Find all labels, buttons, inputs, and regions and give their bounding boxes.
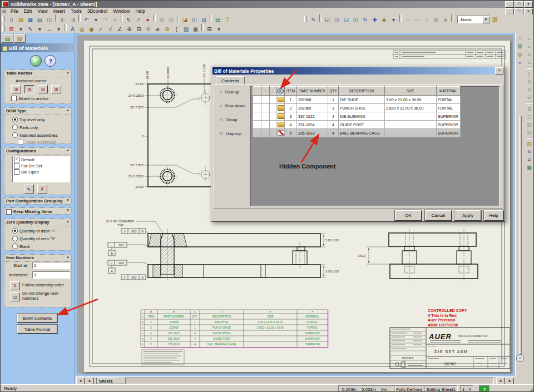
blocks-icon[interactable]: ▣	[191, 25, 200, 33]
attach-to-anchor-checkbox[interactable]: Attach to anchor	[11, 96, 49, 101]
keep-missing-checkbox[interactable]	[6, 209, 12, 215]
pan-icon[interactable]: ✚	[370, 16, 379, 24]
dialog-close-button[interactable]: ×	[495, 67, 503, 75]
center-mark-icon[interactable]: ⊕	[162, 25, 172, 33]
anchor-bottom-left-button[interactable]: ⊞	[38, 85, 48, 93]
bom-contents-button[interactable]: BOM Contents	[17, 314, 57, 322]
balloon-icon[interactable]: ◎	[77, 25, 87, 33]
ok-button[interactable]: OK	[395, 210, 422, 221]
config-item-for-die-set[interactable]: For Die Set	[14, 163, 68, 168]
indented-assemblies-radio[interactable]: Indented assemblies	[12, 132, 58, 138]
start-at-input[interactable]: 1	[32, 262, 70, 269]
increment-input[interactable]: 1	[32, 271, 70, 279]
quantity-dash-radio[interactable]: Quantity of dash "-"	[12, 228, 56, 234]
featuremanager-tree-tab-icon[interactable]: ▤	[2, 34, 13, 43]
dialog-title-bar[interactable]: Bill of Materials Properties	[212, 67, 503, 75]
datum-target-icon[interactable]: ⊗	[144, 25, 153, 33]
last-sheet-button[interactable]: ▸	[86, 378, 94, 385]
menu-tools[interactable]: Tools	[68, 8, 85, 14]
surface-finish-icon[interactable]: √	[106, 25, 115, 33]
config-item-die-open[interactable]: Die Open	[14, 169, 68, 175]
area-hatch-icon[interactable]: ▨	[181, 25, 191, 33]
col-header-part-number[interactable]: PART NUMBER	[297, 87, 328, 96]
bom-row-hidden-selected[interactable]: 5335-16184BALL BEARING CAGESUPERIOR	[253, 129, 461, 137]
menu-file[interactable]: File	[8, 8, 21, 14]
layers-folder-icon[interactable]: ▨	[490, 15, 500, 23]
table-format-button[interactable]: Table Format	[17, 325, 57, 334]
group-button[interactable]: ⊞Group	[219, 117, 238, 122]
hole-callout-icon[interactable]: ⌀	[153, 25, 162, 33]
follow-assembly-order-button[interactable]: ⇅	[10, 281, 20, 290]
col-header-qty[interactable]: QTY	[328, 87, 339, 96]
clear-configurations-button[interactable]: ✗	[37, 185, 47, 193]
eye-column-icon[interactable]	[276, 87, 285, 96]
component-visible-icon[interactable]	[278, 113, 285, 119]
tab-sheet1[interactable]: Sheet1	[96, 378, 124, 384]
bom-row[interactable]: 12029681DIE SHOE3.00 x 21.00 x 36.00FORT…	[253, 96, 461, 104]
pane-splitter[interactable]	[519, 116, 522, 361]
view-orientation-dropdown-icon[interactable]: ▾	[389, 16, 398, 24]
component-visible-icon[interactable]	[278, 105, 285, 111]
anchor-top-right-button[interactable]: ⊞	[24, 85, 34, 93]
zoom-in-out-icon[interactable]: ◲	[342, 16, 351, 24]
bom-row[interactable]: 22029691PUNCH SHOE2.820 x 21.00 x 36.00F…	[253, 104, 461, 112]
bom-row[interactable]: 4331-16344GUIDE POSTSUPERIOR	[253, 121, 461, 129]
tables-icon[interactable]: ⊞	[205, 25, 214, 33]
layer-icon[interactable]: ▧	[525, 140, 533, 147]
note-icon[interactable]: A	[68, 25, 77, 33]
configurations-list[interactable]: ✓Default For Die Set Die Open	[12, 156, 70, 182]
help-icon[interactable]: ?	[222, 16, 232, 24]
quick-tips-icon[interactable]: ?	[479, 385, 490, 392]
close-button[interactable]: ×	[524, 1, 533, 8]
quantity-zero-radio[interactable]: Quantity of zero "0"	[12, 236, 56, 241]
combo-dropdown-icon[interactable]: ▼	[482, 16, 490, 23]
smart-dimension-icon[interactable]: ↔	[44, 25, 54, 33]
scroll-right-button[interactable]: ▸	[506, 378, 514, 385]
config-item-default[interactable]: ✓Default	[14, 157, 68, 162]
anchor-top-left-button[interactable]: ⊞	[11, 85, 21, 93]
rotate-view-icon[interactable]: ↻	[360, 16, 370, 24]
top-level-only-radio[interactable]: Top level only	[12, 117, 44, 122]
ok-button[interactable]: ✓	[30, 55, 42, 67]
help-button[interactable]: Help	[484, 210, 503, 221]
collapse-icon[interactable]: ▲	[66, 148, 70, 152]
col-header-description[interactable]: DESCRIPTION	[339, 87, 385, 96]
ungroup-button[interactable]: ⊟Ungroup	[219, 131, 241, 136]
maximize-button[interactable]: □	[515, 1, 523, 8]
home-icon[interactable]: ⌂	[516, 34, 523, 41]
document-icon[interactable]: ▤	[2, 8, 8, 14]
geometric-tolerance-icon[interactable]: ⊕	[125, 25, 134, 33]
solidworks-office-icon[interactable]: ⊠	[7, 25, 16, 33]
menu-window[interactable]: Window	[110, 8, 132, 14]
part-configuration-grouping-group[interactable]: Part Configuration Grouping▼	[4, 197, 72, 205]
search-icon[interactable]: ◎	[516, 51, 523, 58]
collapse-icon[interactable]: ▲	[66, 71, 70, 74]
centerline-icon[interactable]: ¦	[172, 25, 181, 33]
menu-insert[interactable]: Insert	[51, 8, 68, 14]
horizontal-scrollbar[interactable]	[125, 378, 494, 384]
zoom-to-selection-icon[interactable]: ◰	[351, 16, 360, 24]
component-column-icon[interactable]: ✦	[261, 87, 270, 96]
autoballoon-icon[interactable]: ◉	[87, 25, 96, 33]
do-not-change-item-numbers-button[interactable]: 12	[10, 292, 20, 301]
zoom-to-fit-icon[interactable]: ◱	[323, 16, 332, 24]
collapse-icon[interactable]: ▲	[66, 255, 70, 259]
layer-combo[interactable]: -None- ▼	[457, 16, 490, 24]
select-configurations-button[interactable]: ⇖	[24, 185, 34, 193]
resize-grip[interactable]: ◢	[530, 386, 533, 392]
toolbar-grip[interactable]	[2, 16, 5, 22]
color-display-mode-icon[interactable]: ▩	[525, 163, 533, 171]
collapse-pane-icon[interactable]: «	[516, 59, 523, 66]
collapse-pane-bottom-icon[interactable]: «	[516, 354, 524, 362]
row-up-button[interactable]: ∧Row up	[219, 90, 239, 95]
dimension-dropdown-icon[interactable]: ▾	[54, 25, 63, 33]
component-visible-icon[interactable]	[278, 97, 285, 102]
bom-row[interactable]: 3337-16224DIE BUSHINGSUPERIOR	[253, 112, 461, 121]
component-visible-icon[interactable]	[278, 122, 285, 127]
col-header-size[interactable]: SIZE	[385, 87, 437, 96]
component-hidden-icon[interactable]	[278, 130, 285, 136]
magnifier-column-icon[interactable]: ◌	[270, 87, 276, 96]
col-header-material[interactable]: MATERIAL	[437, 87, 461, 96]
toolbar-grip[interactable]	[304, 16, 307, 22]
sketch-dropdown-icon[interactable]: ▾	[35, 25, 44, 33]
